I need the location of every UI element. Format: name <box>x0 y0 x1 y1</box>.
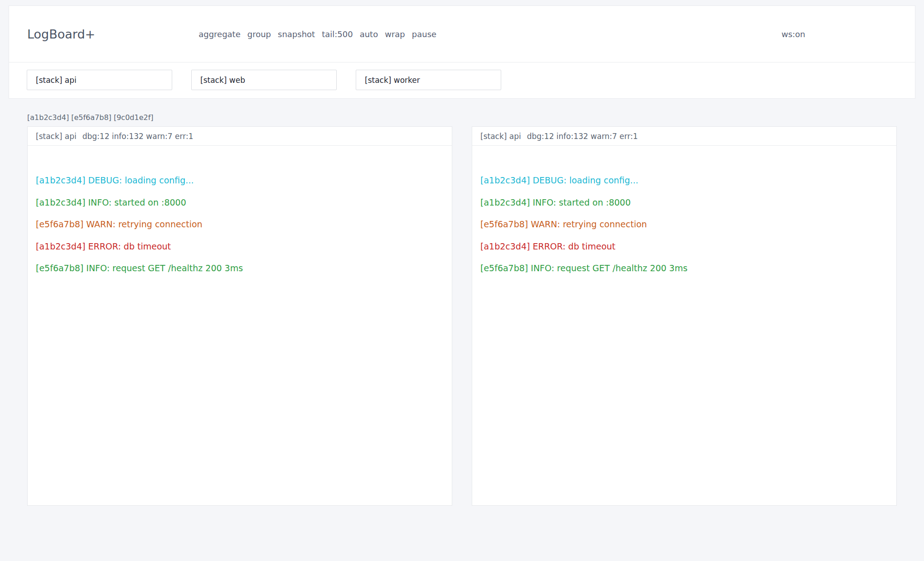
log-line: [a1b2c3d4] INFO: started on :8000 <box>36 192 444 214</box>
filter-bar <box>9 62 915 98</box>
menu-item-aggregate[interactable]: aggregate <box>198 29 241 39</box>
menu-item-tail[interactable]: tail:500 <box>322 29 353 39</box>
toolbar-menu: aggregate group snapshot tail:500 auto w… <box>198 29 436 39</box>
menu-item-group[interactable]: group <box>247 29 271 39</box>
log-line: [a1b2c3d4] INFO: started on :8000 <box>480 192 888 214</box>
log-line: [a1b2c3d4] ERROR: db timeout <box>36 235 444 258</box>
log-scroll-area-left[interactable]: [a1b2c3d4] DEBUG: loading config... [a1b… <box>28 146 452 505</box>
ws-status: ws:on <box>781 29 805 39</box>
header-bar: LogBoard+ aggregate group snapshot tail:… <box>9 6 915 62</box>
trace-id-list: [a1b2c3d4] [e5f6a7b8] [9c0d1e2f] <box>27 113 897 122</box>
log-line: [a1b2c3d4] DEBUG: loading config... <box>480 169 888 192</box>
panel-title: [stack] api <box>36 132 77 141</box>
log-line: [a1b2c3d4] DEBUG: loading config... <box>36 169 444 192</box>
menu-item-auto[interactable]: auto <box>360 29 378 39</box>
log-scroll-area-right[interactable]: [a1b2c3d4] DEBUG: loading config... [a1b… <box>472 146 896 505</box>
log-line: [e5f6a7b8] WARN: retrying connection <box>36 213 444 235</box>
panels-row: [stack] api dbg:12 info:132 warn:7 err:1… <box>27 126 897 506</box>
log-line: [e5f6a7b8] WARN: retrying connection <box>480 213 888 235</box>
logboard-app: LogBoard+ aggregate group snapshot tail:… <box>0 5 924 506</box>
filter-input-worker[interactable] <box>356 70 501 90</box>
panel-title: [stack] api <box>480 132 521 141</box>
menu-item-snapshot[interactable]: snapshot <box>278 29 315 39</box>
log-line: [e5f6a7b8] INFO: request GET /healthz 20… <box>36 257 444 279</box>
filter-input-api[interactable] <box>27 70 172 90</box>
log-panel-right-header: [stack] api dbg:12 info:132 warn:7 err:1 <box>472 127 896 146</box>
menu-item-pause[interactable]: pause <box>412 29 436 39</box>
log-panel-left: [stack] api dbg:12 info:132 warn:7 err:1… <box>27 126 452 506</box>
header-card: LogBoard+ aggregate group snapshot tail:… <box>9 5 915 99</box>
log-line: [a1b2c3d4] ERROR: db timeout <box>480 235 888 258</box>
log-panel-right: [stack] api dbg:12 info:132 warn:7 err:1… <box>472 126 897 506</box>
log-panel-left-header: [stack] api dbg:12 info:132 warn:7 err:1 <box>28 127 452 146</box>
menu-item-wrap[interactable]: wrap <box>385 29 405 39</box>
log-line: [e5f6a7b8] INFO: request GET /healthz 20… <box>480 257 888 279</box>
panel-stats: dbg:12 info:132 warn:7 err:1 <box>527 132 638 141</box>
filter-input-web[interactable] <box>191 70 337 90</box>
app-title: LogBoard+ <box>27 27 95 41</box>
panel-stats: dbg:12 info:132 warn:7 err:1 <box>82 132 194 141</box>
